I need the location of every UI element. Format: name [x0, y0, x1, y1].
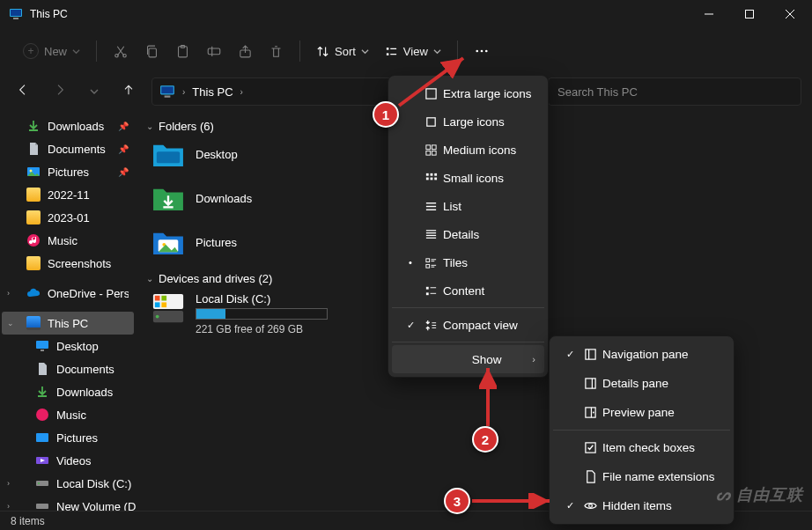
- maximize-button[interactable]: [729, 0, 770, 28]
- search-placeholder: Search This PC: [557, 85, 638, 99]
- details-icon: [420, 228, 441, 241]
- download-icon: [35, 385, 49, 399]
- recent-button[interactable]: [90, 84, 99, 99]
- chevron-down-icon: ⌄: [7, 319, 14, 328]
- menu-item-tiles[interactable]: •Tiles: [392, 248, 544, 276]
- share-button[interactable]: [238, 44, 253, 59]
- view-label: View: [403, 45, 428, 58]
- close-button[interactable]: [770, 0, 810, 28]
- sidebar-item-onedrive[interactable]: ›OneDrive - Personal: [2, 282, 134, 305]
- svg-rect-51: [425, 151, 430, 155]
- up-button[interactable]: [122, 83, 136, 100]
- grid-icon: [420, 144, 441, 157]
- sidebar-item-documents[interactable]: Documents📌: [2, 137, 134, 160]
- menu-item-small-icons[interactable]: Small icons: [392, 164, 544, 192]
- svg-rect-2: [13, 18, 18, 19]
- folder-pictures-icon: [151, 228, 185, 256]
- svg-rect-50: [432, 144, 436, 149]
- breadcrumb-item[interactable]: This PC: [192, 85, 233, 99]
- trash-icon: [269, 44, 284, 59]
- view-button[interactable]: View: [385, 45, 441, 58]
- pictures-icon: [26, 165, 41, 179]
- sidebar-item-drive-d[interactable]: ›New Volume (D:): [2, 495, 134, 511]
- sidebar-item-folder[interactable]: Screenshots: [2, 252, 134, 275]
- sidebar-item-pictures[interactable]: Pictures: [2, 426, 134, 449]
- svg-rect-12: [208, 48, 220, 55]
- svg-rect-81: [585, 379, 594, 388]
- sidebar-item-music[interactable]: Music: [2, 403, 134, 426]
- sidebar-item-this-pc[interactable]: ⌄This PC: [2, 312, 134, 335]
- svg-rect-24: [165, 96, 171, 98]
- document-icon: [26, 142, 41, 156]
- menu-item-medium-icons[interactable]: Medium icons: [392, 136, 544, 164]
- delete-button[interactable]: [269, 44, 284, 59]
- sidebar-item-drive-c[interactable]: ›Local Disk (C:): [2, 472, 134, 495]
- file-icon: [579, 470, 601, 483]
- sidebar-item-folder[interactable]: 2022-11: [2, 183, 134, 206]
- svg-rect-54: [430, 173, 432, 175]
- item-count: 8 items: [11, 515, 45, 527]
- svg-rect-41: [155, 296, 160, 301]
- more-button[interactable]: [474, 43, 490, 59]
- download-icon: [26, 119, 41, 133]
- back-button[interactable]: [16, 83, 30, 100]
- checkbox-icon: [579, 441, 601, 454]
- drive-icon: [35, 476, 49, 490]
- music-icon: [26, 233, 41, 247]
- menu-item-file-name-extensions[interactable]: File name extensions: [553, 462, 730, 491]
- folder-downloads-icon: [151, 184, 185, 212]
- search-input[interactable]: Search This PC: [548, 77, 801, 106]
- svg-point-21: [485, 50, 488, 53]
- menu-item-details-pane[interactable]: Details pane: [553, 369, 730, 398]
- svg-point-8: [123, 55, 126, 57]
- menu-item-details[interactable]: Details: [392, 220, 544, 248]
- svg-rect-49: [425, 144, 430, 149]
- this-pc-icon: [159, 84, 175, 99]
- svg-point-34: [38, 482, 40, 484]
- menu-item-preview-pane[interactable]: Preview pane: [553, 398, 730, 427]
- sidebar-item-documents[interactable]: Documents: [2, 357, 134, 380]
- new-button[interactable]: + New: [23, 43, 80, 59]
- compact-icon: [420, 319, 441, 332]
- drive-label: Local Disk (C:): [196, 292, 328, 305]
- menu-item-item-check-boxes[interactable]: Item check boxes: [553, 433, 730, 462]
- sidebar-item-music[interactable]: Music: [2, 229, 134, 252]
- svg-rect-28: [36, 341, 48, 349]
- cut-button[interactable]: [113, 43, 129, 59]
- svg-rect-1: [11, 10, 21, 16]
- sidebar-item-folder[interactable]: 2023-01: [2, 206, 134, 229]
- copy-button[interactable]: [144, 44, 159, 59]
- sidebar-item-videos[interactable]: Videos: [2, 449, 134, 472]
- sort-button[interactable]: Sort: [316, 45, 369, 58]
- chevron-right-icon: ›: [532, 354, 535, 364]
- grid-icon: [420, 115, 441, 129]
- menu-item-extra-large-icons[interactable]: Extra large icons: [392, 79, 544, 107]
- menu-item-content[interactable]: Content: [392, 276, 544, 305]
- rename-icon: [206, 43, 222, 59]
- menu-item-list[interactable]: List: [392, 192, 544, 220]
- forward-button[interactable]: [53, 83, 67, 100]
- chevron-right-icon: ›: [182, 87, 185, 97]
- svg-rect-9: [149, 48, 157, 56]
- svg-rect-47: [425, 88, 435, 98]
- ellipsis-icon: [474, 43, 490, 59]
- view-icon: [385, 45, 398, 58]
- minimize-button[interactable]: [689, 0, 729, 28]
- rename-button[interactable]: [206, 43, 222, 59]
- svg-rect-72: [425, 286, 428, 289]
- window-title: This PC: [30, 8, 689, 20]
- menu-item-navigation-pane[interactable]: ✓Navigation pane: [553, 340, 730, 369]
- sort-label: Sort: [335, 45, 356, 58]
- paste-button[interactable]: [175, 44, 190, 59]
- menu-item-compact-view[interactable]: ✓Compact view: [392, 311, 544, 339]
- sidebar-item-desktop[interactable]: Desktop: [2, 335, 134, 357]
- sidebar-item-downloads[interactable]: Downloads📌: [2, 114, 134, 137]
- menu-item-large-icons[interactable]: Large icons: [392, 107, 544, 136]
- menu-item-hidden-items[interactable]: ✓Hidden items: [553, 491, 730, 520]
- sidebar-item-downloads[interactable]: Downloads: [2, 380, 134, 403]
- svg-rect-4: [746, 11, 754, 18]
- sidebar-item-pictures[interactable]: Pictures📌: [2, 160, 134, 183]
- menu-item-show[interactable]: Show›: [392, 345, 544, 373]
- list-icon: [420, 200, 441, 213]
- svg-rect-56: [425, 177, 428, 180]
